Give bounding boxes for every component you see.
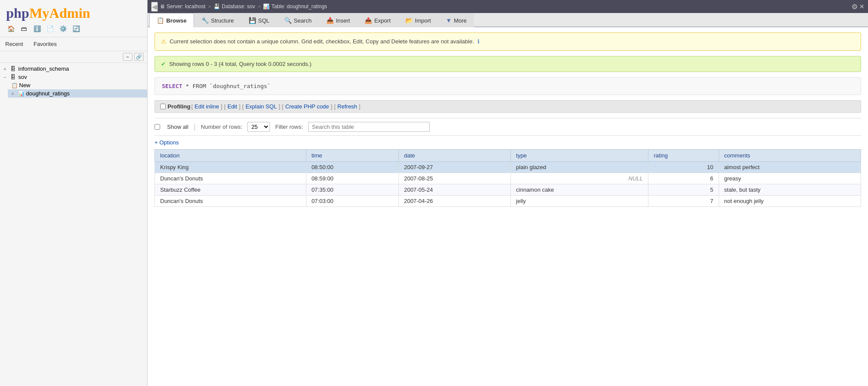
cell-location: Duncan's Donuts xyxy=(155,195,306,206)
table-label: Table: doughnut_ratings xyxy=(271,3,327,10)
tree-item-information-schema[interactable]: + 🗄 information_schema xyxy=(0,65,147,73)
table-header-row: location time date type rating comments xyxy=(155,149,861,161)
logo-area: phpMyAdmin 🏠 🗃 ℹ️ 📄 ⚙️ 🔄 xyxy=(0,0,147,37)
th-time: time xyxy=(306,149,398,161)
tab-import[interactable]: 📂 Import xyxy=(398,13,438,27)
edit-inline-link[interactable]: Edit inline xyxy=(194,103,219,110)
cell-rating: 10 xyxy=(648,161,719,173)
home-icon[interactable]: 🏠 xyxy=(6,24,16,33)
tab-structure[interactable]: 🔧 Structure xyxy=(194,13,241,27)
cell-type: cinnamon cake xyxy=(511,184,648,195)
sql-icon: 💾 xyxy=(249,17,256,24)
sep2: » xyxy=(258,3,261,10)
rows-label: Number of rows: xyxy=(201,124,242,130)
sep-bracket-open: [ xyxy=(191,103,193,110)
tab-search-label: Search xyxy=(294,17,312,24)
server-icon: 🖥 xyxy=(160,3,165,10)
db-topbar-icon: 💾 xyxy=(214,3,220,10)
exit-icon[interactable]: 🔄 xyxy=(71,24,81,33)
cell-type: NULL xyxy=(511,173,648,184)
tab-import-label: Import xyxy=(415,17,431,24)
tab-sql[interactable]: 💾 SQL xyxy=(241,13,277,27)
favorites-button[interactable]: Favorites xyxy=(28,39,62,49)
warning-icon: ⚠ xyxy=(161,38,166,45)
tab-search[interactable]: 🔍 Search xyxy=(277,13,319,27)
sql-rest: * FROM `doughnut_ratings` xyxy=(182,83,271,89)
sep-pipe1: [ xyxy=(224,103,226,110)
tree-item-sov[interactable]: − 🗄 sov xyxy=(0,73,147,81)
cell-time: 07:03:00 xyxy=(306,195,398,206)
new-label: New xyxy=(19,82,30,88)
cell-type: jelly xyxy=(511,195,648,206)
cell-rating: 7 xyxy=(648,195,719,206)
docs-icon[interactable]: 📄 xyxy=(45,24,55,33)
cell-time: 08:59:00 xyxy=(306,173,398,184)
new-icon: 📋 xyxy=(11,82,17,88)
tree-item-doughnut-ratings[interactable]: + 📊 doughnut_ratings xyxy=(8,89,147,98)
query-actions-bar: Profiling [ Edit inline ] [ Edit ] [ Exp… xyxy=(155,100,861,113)
table-label-doughnut: doughnut_ratings xyxy=(26,90,69,97)
sql-select-keyword: SELECT xyxy=(162,83,182,89)
db-icon: 🗄 xyxy=(10,66,16,72)
database-tree: + 🗄 information_schema − 🗄 sov 📋 New + 📊… xyxy=(0,63,147,99)
nav-tabs: 📋 Browse 🔧 Structure 💾 SQL 🔍 Search 📥 In… xyxy=(148,13,868,27)
create-php-link[interactable]: Create PHP code xyxy=(285,103,329,110)
sep-bracket-close2: ] xyxy=(239,103,240,110)
cell-comments: stale, but tasty xyxy=(719,184,861,195)
tab-insert[interactable]: 📥 Insert xyxy=(319,13,358,27)
sep-pipe4: [ xyxy=(334,103,336,110)
success-text: Showing rows 0 - 3 (4 total, Query took … xyxy=(169,61,312,67)
cell-rating: 5 xyxy=(648,184,719,195)
info-icon[interactable]: ℹ️ xyxy=(32,24,42,33)
sep-bracket-close1: ] xyxy=(221,103,223,110)
settings-icon[interactable]: ⚙️ xyxy=(58,24,68,33)
toggle-doughnut: + xyxy=(11,91,16,96)
tab-structure-label: Structure xyxy=(211,17,234,24)
cell-date: 2007-05-24 xyxy=(398,184,510,195)
sep1: » xyxy=(208,3,211,10)
cell-date: 2007-04-26 xyxy=(398,195,510,206)
topbar: ◀ 🖥 Server: localhost » 💾 Database: sov … xyxy=(148,0,868,13)
th-date: date xyxy=(398,149,510,161)
cell-date: 2007-08-25 xyxy=(398,173,510,184)
options-link[interactable]: + Options xyxy=(155,139,179,146)
tab-export[interactable]: 📤 Export xyxy=(357,13,398,27)
show-all-label: Show all xyxy=(167,124,188,130)
sql-display: SELECT * FROM `doughnut_ratings` xyxy=(155,77,861,95)
sep-pipe2: [ xyxy=(242,103,244,110)
info-help-icon[interactable]: ℹ xyxy=(477,38,480,45)
recent-button[interactable]: Recent xyxy=(0,39,28,49)
gear-button[interactable]: ⚙ xyxy=(852,3,858,11)
collapse-button[interactable]: − xyxy=(123,53,132,61)
toggle-sov: − xyxy=(3,75,9,80)
profiling-label: Profiling xyxy=(168,103,191,110)
tree-item-new[interactable]: 📋 New xyxy=(8,81,147,89)
database-icon[interactable]: 🗃 xyxy=(19,24,29,33)
tab-browse[interactable]: 📋 Browse xyxy=(149,13,194,27)
tab-more-label: More xyxy=(454,17,467,24)
rows-select[interactable]: 25 50 100 250 500 xyxy=(247,122,270,132)
more-icon: ▼ xyxy=(446,17,452,24)
back-button[interactable]: ◀ xyxy=(151,2,158,12)
close-button[interactable]: ✕ xyxy=(859,3,865,10)
show-all-checkbox[interactable] xyxy=(155,124,160,130)
table-topbar-icon: 📊 xyxy=(263,3,270,10)
table-row: Starbuzz Coffee07:35:002007-05-24cinnamo… xyxy=(155,184,861,195)
db-label-information-schema: information_schema xyxy=(18,65,69,72)
content-area: ⚠ Current selection does not contain a u… xyxy=(148,27,868,386)
search-input[interactable] xyxy=(308,122,430,132)
th-location: location xyxy=(155,149,306,161)
logo-my: My xyxy=(29,5,49,21)
search-icon: 🔍 xyxy=(284,17,292,24)
explain-sql-link[interactable]: Explain SQL xyxy=(246,103,277,110)
refresh-link[interactable]: Refresh xyxy=(337,103,357,110)
tab-more[interactable]: ▼ More xyxy=(438,13,474,27)
table-row: Krispy King08:50:002007-09-27plain glaze… xyxy=(155,161,861,173)
link-button[interactable]: 🔗 xyxy=(134,53,144,61)
browse-icon: 📋 xyxy=(157,17,164,24)
th-type: type xyxy=(511,149,648,161)
profiling-checkbox[interactable] xyxy=(160,104,166,109)
tab-insert-label: Insert xyxy=(336,17,350,24)
filter-rows-label: Filter rows: xyxy=(275,124,303,130)
edit-link[interactable]: Edit xyxy=(227,103,237,110)
